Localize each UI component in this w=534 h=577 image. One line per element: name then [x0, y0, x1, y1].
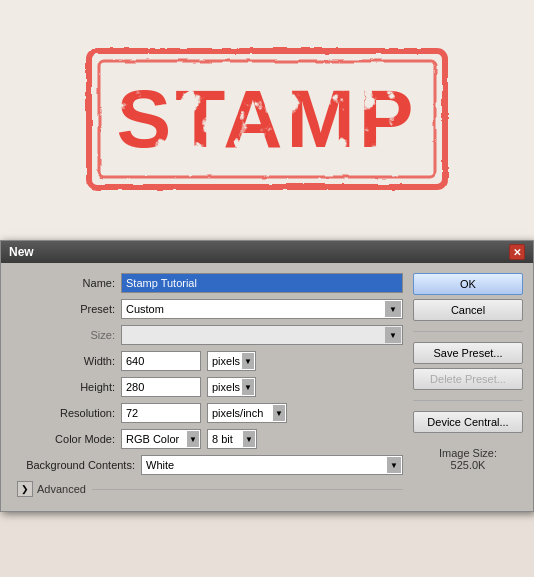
preset-label: Preset: — [11, 303, 121, 315]
name-label: Name: — [11, 277, 121, 289]
resolution-input[interactable] — [121, 403, 201, 423]
size-select-wrapper: ▼ — [121, 325, 403, 345]
name-row: Name: — [11, 273, 403, 293]
color-mode-select[interactable]: RGB Color — [121, 429, 201, 449]
dialog-left: Name: Preset: Custom ▼ Size: — [11, 273, 403, 501]
height-row: Height: pixels ▼ — [11, 377, 403, 397]
preset-select-wrapper: Custom ▼ — [121, 299, 403, 319]
width-input[interactable] — [121, 351, 201, 371]
height-unit-wrapper: pixels ▼ — [207, 377, 256, 397]
width-unit-select[interactable]: pixels — [207, 351, 256, 371]
bg-contents-row: Background Contents: White Background Co… — [11, 455, 403, 475]
preset-select[interactable]: Custom — [121, 299, 403, 319]
image-size-label: Image Size: — [413, 447, 523, 459]
save-preset-button[interactable]: Save Preset... — [413, 342, 523, 364]
advanced-row: ❯ Advanced — [11, 481, 403, 501]
resolution-label: Resolution: — [11, 407, 121, 419]
bg-contents-select[interactable]: White Background Color Transparent — [141, 455, 403, 475]
dialog-right: OK Cancel Save Preset... Delete Preset..… — [413, 273, 523, 501]
height-unit-select[interactable]: pixels — [207, 377, 256, 397]
device-central-button[interactable]: Device Central... — [413, 411, 523, 433]
size-label: Size: — [11, 329, 121, 341]
name-input[interactable] — [121, 273, 403, 293]
close-button[interactable]: ✕ — [509, 244, 525, 260]
resolution-unit-select[interactable]: pixels/inch — [207, 403, 287, 423]
dialog-title: New — [9, 245, 34, 259]
size-select[interactable] — [121, 325, 403, 345]
ok-button[interactable]: OK — [413, 273, 523, 295]
stamp-svg: STAMP — [77, 39, 457, 199]
advanced-toggle[interactable]: ❯ Advanced — [17, 481, 86, 497]
delete-preset-button[interactable]: Delete Preset... — [413, 368, 523, 390]
preset-row: Preset: Custom ▼ — [11, 299, 403, 319]
svg-text:STAMP: STAMP — [117, 73, 418, 164]
button-divider-2 — [413, 400, 523, 401]
canvas-area: STAMP — [0, 0, 534, 240]
bg-contents-label: Background Contents: — [11, 459, 141, 471]
height-label: Height: — [11, 381, 121, 393]
width-label: Width: — [11, 355, 121, 367]
bit-depth-select-wrapper: 8 bit ▼ — [207, 429, 257, 449]
dialog-titlebar: New ✕ — [1, 241, 533, 263]
width-row: Width: pixels ▼ — [11, 351, 403, 371]
button-divider — [413, 331, 523, 332]
advanced-divider — [92, 489, 403, 490]
image-size-value: 525.0K — [413, 459, 523, 471]
stamp-container: STAMP — [77, 39, 457, 202]
advanced-chevron-icon: ❯ — [17, 481, 33, 497]
color-mode-row: Color Mode: RGB Color ▼ 8 bit ▼ — [11, 429, 403, 449]
width-unit-wrapper: pixels ▼ — [207, 351, 256, 371]
resolution-row: Resolution: pixels/inch ▼ — [11, 403, 403, 423]
color-mode-label: Color Mode: — [11, 433, 121, 445]
size-row: Size: ▼ — [11, 325, 403, 345]
size-input-wrapper: ▼ — [121, 325, 403, 345]
bg-contents-select-wrapper: White Background Color Transparent ▼ — [141, 455, 403, 475]
cancel-button[interactable]: Cancel — [413, 299, 523, 321]
new-dialog: New ✕ Name: Preset: Custom ▼ — [0, 240, 534, 512]
advanced-label: Advanced — [37, 483, 86, 495]
image-size-area: Image Size: 525.0K — [413, 447, 523, 471]
color-mode-select-wrapper: RGB Color ▼ — [121, 429, 201, 449]
dialog-body: Name: Preset: Custom ▼ Size: — [1, 263, 533, 511]
height-input[interactable] — [121, 377, 201, 397]
resolution-unit-wrapper: pixels/inch ▼ — [207, 403, 287, 423]
bit-depth-select[interactable]: 8 bit — [207, 429, 257, 449]
